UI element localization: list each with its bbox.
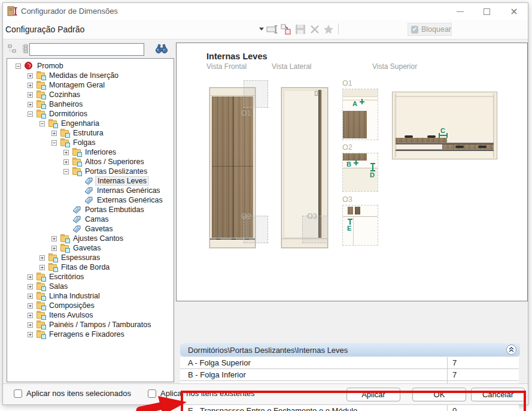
folder-icon: [60, 234, 69, 243]
expand-icon[interactable]: +: [28, 102, 33, 107]
tree-filter-input[interactable]: [29, 43, 144, 56]
combo-dropdown-caret[interactable]: [259, 28, 264, 31]
search-binoculars-icon[interactable]: [155, 43, 168, 55]
tree-item-portas-embutidas[interactable]: Portas Embutidas: [7, 205, 174, 214]
tree-item-escrit-rios[interactable]: +Escritórios: [7, 272, 174, 282]
apply-selected-items-checkbox[interactable]: Aplicar nos itens selecionados: [14, 389, 131, 398]
expand-icon[interactable]: +: [51, 246, 57, 251]
tree-item-label: Montagem Geral: [47, 80, 107, 90]
tree-item-promob[interactable]: −Promob: [7, 61, 174, 71]
expand-icon[interactable]: +: [28, 92, 33, 98]
collapse-icon[interactable]: −: [63, 169, 69, 174]
bloquear-checkbox[interactable]: ✔ Bloquear: [408, 23, 452, 36]
tree-item-composi-es[interactable]: +Composições: [7, 301, 174, 310]
tree-item-label: Fitas de Borda: [59, 262, 111, 272]
tree-item-pain-is-tampos-tamburatos[interactable]: +Painéis / Tampos / Tamburatos: [7, 320, 174, 330]
tree-item-label: Ferragens e Fixadores: [47, 330, 126, 339]
minimize-button[interactable]: [448, 3, 473, 20]
tree-item-dormit-rios[interactable]: −Dormitórios: [7, 109, 174, 119]
favorite-icon[interactable]: [323, 23, 335, 35]
tag-icon: [72, 206, 81, 214]
expand-icon[interactable]: +: [28, 303, 33, 309]
tree-item-label: Linha Industrial: [47, 291, 102, 301]
expand-icon[interactable]: +: [51, 131, 57, 136]
expand-icon[interactable]: +: [28, 322, 33, 328]
collapse-icon[interactable]: −: [28, 111, 33, 117]
collapse-icon[interactable]: −: [51, 140, 57, 146]
folder-icon: [37, 81, 45, 89]
dimension-label: B - Folga Inferior: [180, 369, 447, 380]
tree-item-espessuras[interactable]: +Espessuras: [7, 253, 174, 262]
configuration-combo[interactable]: Configuração Padrão: [5, 25, 84, 34]
folder-icon: [37, 273, 45, 281]
expand-icon[interactable]: +: [28, 83, 33, 88]
tree-item-gavetas[interactable]: +Gavetas: [7, 243, 174, 253]
expand-icon[interactable]: +: [63, 159, 69, 165]
collapse-tree-icon[interactable]: [8, 44, 17, 54]
expand-icon[interactable]: +: [39, 255, 45, 261]
tree-item-label: Salas: [47, 282, 69, 291]
folder-icon: [37, 282, 45, 291]
tree-item-itens-avulsos[interactable]: +Itens Avulsos: [7, 310, 174, 320]
dimension-value-field[interactable]: 7: [447, 369, 519, 380]
tree-item-engenharia[interactable]: −Engenharia: [7, 119, 174, 128]
title-bar: Configurador de Dimensões ✕: [3, 3, 528, 20]
tree-item-gavetas[interactable]: Gavetas: [7, 224, 174, 234]
tree-item-label: Medidas de Inserção: [47, 71, 120, 80]
folder-icon: [37, 110, 45, 118]
expand-icon[interactable]: +: [28, 313, 33, 318]
close-button[interactable]: ✕: [501, 3, 527, 20]
delete-icon[interactable]: [309, 23, 321, 35]
tree-item-portas-deslizantes[interactable]: −Portas Deslizantes: [7, 167, 174, 176]
expand-icon[interactable]: +: [28, 73, 33, 78]
tree-item-folgas[interactable]: −Folgas: [7, 138, 174, 147]
collapse-section-button[interactable]: [506, 344, 516, 355]
tree-item-label: Dormitórios: [47, 109, 89, 119]
promob-globe-icon: [25, 62, 34, 70]
tree-item-altos-superiores[interactable]: +Altos / Superiores: [7, 157, 174, 167]
tree-item-internas-gen-ricas[interactable]: Internas Genéricas: [7, 186, 174, 195]
folder-icon: [37, 311, 45, 319]
tree-item-ferragens-e-fixadores[interactable]: +Ferragens e Fixadores: [7, 330, 174, 339]
table-path-header: Dormitórios\Portas Deslizantes\Internas …: [180, 343, 520, 356]
tree-item-medidas-de-inser-o[interactable]: +Medidas de Inserção: [7, 71, 174, 80]
tree-item-label: Composições: [47, 301, 96, 310]
folder-icon: [72, 158, 81, 166]
collapse-icon[interactable]: −: [16, 64, 21, 69]
expand-icon[interactable]: +: [28, 284, 33, 289]
tree-item-fitas-de-borda[interactable]: +Fitas de Borda: [7, 262, 174, 272]
check-icon: ✔: [411, 26, 418, 34]
expand-icon[interactable]: +: [28, 294, 33, 299]
tree-item-label: Cozinhas: [47, 90, 82, 99]
tree-item-inferiores[interactable]: +Inferiores: [7, 147, 174, 157]
callout-zone-o1: [244, 80, 268, 108]
tree-item-internas-leves[interactable]: Internas Leves: [7, 176, 174, 186]
expand-icon[interactable]: +: [51, 236, 57, 241]
tree-item-label: Portas Embutidas: [83, 205, 146, 214]
tree-item-salas[interactable]: +Salas: [7, 282, 174, 291]
folder-icon: [60, 244, 69, 252]
tree-item-label: Gavetas: [83, 224, 115, 234]
tree-item-camas[interactable]: Camas: [7, 214, 174, 224]
tree-item-banheiros[interactable]: +Banheiros: [7, 99, 174, 109]
rename-icon[interactable]: [266, 23, 278, 35]
tree-item-label: Engenharia: [59, 119, 101, 128]
tree-item-externas-gen-ricas[interactable]: Externas Genéricas: [7, 195, 174, 205]
tree-item-montagem-geral[interactable]: +Montagem Geral: [7, 80, 174, 90]
tree-item-estrutura[interactable]: +Estrutura: [7, 128, 174, 138]
expand-icon[interactable]: +: [28, 274, 33, 280]
tag-icon: [84, 196, 93, 204]
tree-item-linha-industrial[interactable]: +Linha Industrial: [7, 291, 174, 301]
tree-item-ajustes-cantos[interactable]: +Ajustes Cantos: [7, 234, 174, 243]
copy-config-icon[interactable]: [280, 23, 292, 35]
expand-icon[interactable]: +: [39, 265, 45, 270]
expand-icon[interactable]: +: [28, 332, 33, 337]
detail-label-o2: O2: [342, 143, 352, 152]
tree-item-cozinhas[interactable]: +Cozinhas: [7, 90, 174, 99]
checkbox-box: [14, 389, 22, 398]
maximize-button[interactable]: [474, 3, 499, 20]
expand-icon[interactable]: +: [63, 150, 69, 155]
save-icon[interactable]: [294, 23, 306, 35]
collapse-icon[interactable]: −: [39, 121, 45, 126]
dimension-value-field[interactable]: 7: [447, 357, 519, 368]
